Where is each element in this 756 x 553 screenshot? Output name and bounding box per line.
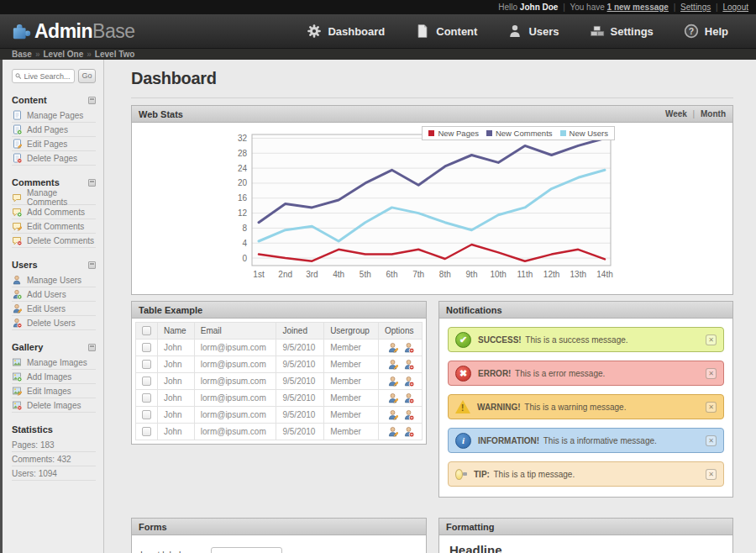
nav-item-users[interactable]: Users (496, 18, 570, 44)
collapse-icon[interactable] (88, 261, 96, 269)
user-delete-icon[interactable] (403, 376, 414, 387)
search-go-button[interactable]: Go (78, 69, 96, 83)
svg-text:8th: 8th (439, 270, 451, 279)
sidebar-item-add-users[interactable]: Add Users (12, 287, 96, 302)
row-checkbox[interactable] (142, 410, 151, 419)
svg-text:20: 20 (238, 178, 248, 187)
search-box (12, 69, 75, 83)
nav-item-help[interactable]: ?Help (673, 18, 739, 44)
sidebar-item-label: Manage Images (27, 358, 87, 367)
user-icon (507, 24, 522, 39)
row-checkbox[interactable] (142, 393, 151, 403)
page-edit-icon (12, 139, 22, 149)
section-title-gallery[interactable]: Gallery (12, 342, 96, 352)
table-example-panel: Table Example NameEmailJoinedUsergroupOp… (131, 301, 427, 445)
logout-link[interactable]: Logout (722, 3, 748, 12)
user-delete-icon[interactable] (403, 392, 414, 403)
nav-label: Content (436, 25, 477, 38)
svg-text:6th: 6th (386, 270, 398, 279)
user-delete-icon[interactable] (403, 342, 414, 353)
user-edit-icon[interactable] (387, 392, 398, 403)
breadcrumb-base[interactable]: Base (12, 50, 32, 59)
image-delete-icon (12, 400, 22, 410)
stat-pages: Pages: 183 (12, 438, 96, 452)
sidebar-item-delete-users[interactable]: Delete Users (12, 316, 96, 330)
breadcrumb-level-one[interactable]: Level One (43, 50, 83, 59)
new-message-link[interactable]: 1 new message (607, 3, 669, 12)
select-all-checkbox[interactable] (142, 326, 151, 335)
sidebar-item-manage-pages[interactable]: Manage Pages (12, 108, 96, 123)
separator: | (674, 3, 676, 12)
nav-item-content[interactable]: Content (404, 18, 488, 44)
chart-legend: New PagesNew CommentsNew Users (422, 126, 615, 140)
section-title-comments[interactable]: Comments (12, 177, 96, 187)
close-icon[interactable]: ✕ (706, 435, 717, 446)
sidebar-item-manage-images[interactable]: Manage Images (12, 356, 96, 370)
row-checkbox[interactable] (142, 343, 151, 352)
user-delete-icon[interactable] (403, 426, 414, 437)
week-link[interactable]: Week (665, 109, 687, 118)
user-delete-icon[interactable] (403, 409, 414, 420)
month-link[interactable]: Month (701, 109, 726, 118)
live-search-input[interactable] (24, 72, 71, 81)
sidebar-item-edit-users[interactable]: Edit Users (12, 302, 96, 316)
sidebar-item-add-pages[interactable]: Add Pages (12, 123, 96, 137)
user-edit-icon[interactable] (387, 376, 398, 387)
greeting-text: Hello (498, 3, 517, 12)
image-add-icon (12, 371, 22, 382)
settings-link[interactable]: Settings (680, 3, 711, 12)
row-checkbox[interactable] (142, 427, 151, 436)
sidebar-item-delete-images[interactable]: Delete Images (12, 398, 96, 413)
collapse-icon[interactable] (88, 97, 96, 104)
nav-item-settings[interactable]: Settings (579, 18, 664, 44)
close-icon[interactable]: ✕ (706, 368, 717, 379)
legend-item: New Users (560, 129, 608, 138)
sidebar-item-edit-pages[interactable]: Edit Pages (12, 137, 96, 151)
sidebar-item-label: Add Comments (27, 208, 85, 217)
close-icon[interactable]: ✕ (706, 334, 717, 345)
sidebar-item-delete-comments[interactable]: Delete Comments (12, 234, 96, 248)
user-bar: Hello John Doe | You have 1 new message … (0, 0, 756, 14)
stat-users: Users: 1094 (12, 466, 96, 481)
collapse-icon[interactable] (88, 179, 96, 187)
user-edit-icon[interactable] (387, 342, 398, 353)
section-label: Content (12, 95, 47, 105)
sidebar-item-edit-images[interactable]: Edit Images (12, 384, 96, 398)
sidebar-item-manage-users[interactable]: Manage Users (12, 273, 96, 287)
row-checkbox[interactable] (142, 377, 151, 386)
collapse-icon[interactable] (88, 344, 96, 351)
sidebar-item-manage-comments[interactable]: Manage Comments (12, 191, 96, 205)
sidebar-item-edit-comments[interactable]: Edit Comments (12, 219, 96, 234)
column-header-options: Options (379, 323, 423, 340)
cell-name: John (158, 340, 195, 356)
app-name: AdminBase (34, 20, 135, 43)
sidebar-item-delete-pages[interactable]: Delete Pages (12, 151, 96, 166)
sidebar-item-add-images[interactable]: Add Images (12, 370, 96, 384)
error-cross-icon: ✖ (455, 366, 471, 382)
sidebar-item-label: Delete Images (27, 401, 81, 410)
row-checkbox[interactable] (142, 360, 151, 369)
section-title-users[interactable]: Users (12, 260, 96, 270)
comment-icon (12, 192, 22, 203)
close-icon[interactable]: ✕ (706, 402, 717, 413)
user-delete-icon[interactable] (403, 359, 414, 370)
sidebar-item-label: Manage Users (27, 276, 81, 285)
section-title-content[interactable]: Content (12, 95, 96, 105)
nav-item-dashboard[interactable]: Dashboard (296, 18, 396, 44)
search-icon (15, 72, 22, 80)
breadcrumb-level-two[interactable]: Level Two (95, 50, 135, 59)
user-edit-icon[interactable] (387, 359, 398, 370)
svg-text:12: 12 (238, 208, 248, 218)
cell-name: John (158, 424, 195, 440)
close-icon[interactable]: ✕ (706, 469, 717, 480)
user-edit-icon[interactable] (387, 409, 398, 420)
cell-joined: 9/5/2010 (276, 407, 324, 424)
svg-text:1st: 1st (253, 270, 265, 279)
svg-text:?: ? (689, 26, 694, 36)
form-text-input[interactable] (211, 547, 282, 553)
user-edit-icon[interactable] (387, 426, 398, 437)
person-edit-icon (12, 303, 22, 313)
sidebar-item-add-comments[interactable]: Add Comments (12, 205, 96, 219)
table-example-title: Table Example (139, 305, 202, 315)
notifications-title: Notifications (446, 305, 502, 315)
